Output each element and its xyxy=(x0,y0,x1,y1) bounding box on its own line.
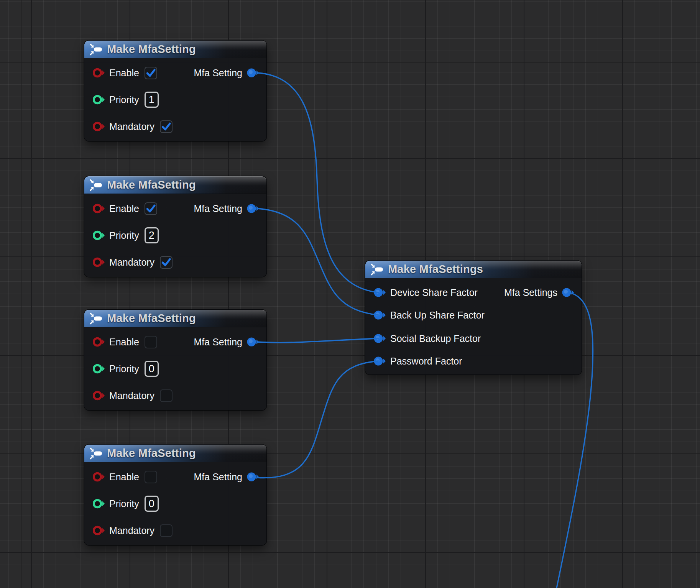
priority-value: 2 xyxy=(149,230,154,241)
blueprint-graph-canvas[interactable]: Make MfaSettingEnablePriority1MandatoryM… xyxy=(0,0,700,588)
priority-field[interactable]: 2 xyxy=(145,227,159,243)
pin-enable-input[interactable] xyxy=(93,204,105,214)
priority-value: 0 xyxy=(149,498,154,510)
pin-enable-input[interactable] xyxy=(93,68,105,78)
make-mfasettings[interactable]: Make MfaSettingsDevice Share FactorBack … xyxy=(365,261,582,374)
pin-label-enable: Enable xyxy=(109,471,139,483)
make-mfasetting-4-input-row-enable: Enable xyxy=(93,470,157,483)
pin-mandatory-input[interactable] xyxy=(93,257,105,267)
pin-priority-input[interactable] xyxy=(93,364,105,374)
pin-mandatory-input[interactable] xyxy=(93,391,105,401)
make-struct-icon xyxy=(370,263,384,276)
pin-label-priority: Priority xyxy=(109,94,139,105)
pin-label-enable: Enable xyxy=(109,67,139,79)
pin-priority-input[interactable] xyxy=(93,95,105,105)
mandatory-checkbox[interactable] xyxy=(160,524,173,537)
make-mfasetting-2-header[interactable]: Make MfaSetting xyxy=(84,176,266,194)
pin-label-mandatory: Mandatory xyxy=(109,525,154,536)
make-mfasetting-3-output-row-mfa-setting: Mfa Setting xyxy=(194,335,259,348)
enable-checkbox[interactable] xyxy=(145,471,157,483)
make-mfasettings-output-row-mfa-settings: Mfa Settings xyxy=(504,286,574,299)
make-mfasetting-2-output-row-mfa-setting: Mfa Setting xyxy=(194,202,259,215)
make-mfasetting-1-input-row-mandatory: Mandatory xyxy=(93,120,173,133)
make-mfasettings-input-row-password-factor: Password Factor xyxy=(374,355,468,368)
make-mfasetting-4-title: Make MfaSetting xyxy=(107,447,196,460)
priority-field[interactable]: 1 xyxy=(145,92,159,108)
make-mfasetting-4[interactable]: Make MfaSettingEnablePriority0MandatoryM… xyxy=(84,445,266,545)
make-mfasetting-2[interactable]: Make MfaSettingEnablePriority2MandatoryM… xyxy=(84,176,266,277)
make-mfasettings-input-row-back-up-share-factor: Back Up Share Factor xyxy=(374,309,490,322)
enable-checkbox[interactable] xyxy=(145,67,157,79)
pin-label-mandatory: Mandatory xyxy=(109,121,154,132)
pin-label-back-up-share-factor: Back Up Share Factor xyxy=(390,310,485,321)
make-mfasetting-1-title: Make MfaSetting xyxy=(107,43,196,56)
wire-make-mfasetting-3-mfa-setting-to-make-mfasettings-social-backup-factor[interactable] xyxy=(257,338,378,343)
pin-priority-input[interactable] xyxy=(93,230,105,240)
pin-label-enable: Enable xyxy=(109,337,139,348)
priority-value: 1 xyxy=(149,94,154,106)
pin-priority-input[interactable] xyxy=(93,499,105,509)
pin-label-priority: Priority xyxy=(109,230,139,241)
make-mfasetting-1[interactable]: Make MfaSettingEnablePriority1MandatoryM… xyxy=(84,41,266,141)
wire-make-mfasetting-4-mfa-setting-to-make-mfasettings-password-factor[interactable] xyxy=(257,361,378,478)
enable-checkbox[interactable] xyxy=(145,336,157,348)
make-mfasetting-2-title: Make MfaSetting xyxy=(107,179,196,191)
pin-label-mfa-setting: Mfa Setting xyxy=(194,203,242,214)
make-struct-icon xyxy=(89,43,103,56)
make-mfasetting-3-input-row-priority: Priority0 xyxy=(93,362,159,375)
make-mfasetting-2-input-row-priority: Priority2 xyxy=(93,229,159,242)
pin-label-priority: Priority xyxy=(109,498,139,509)
make-mfasetting-1-output-row-mfa-setting: Mfa Setting xyxy=(194,66,259,79)
make-mfasetting-3-input-row-enable: Enable xyxy=(93,335,157,348)
pin-mfa-setting-output[interactable] xyxy=(247,472,259,482)
pin-label-device-share-factor: Device Share Factor xyxy=(390,287,478,298)
pin-label-mandatory: Mandatory xyxy=(109,390,154,401)
make-mfasetting-3[interactable]: Make MfaSettingEnablePriority0MandatoryM… xyxy=(84,310,266,410)
pin-label-mfa-setting: Mfa Setting xyxy=(194,471,242,483)
pin-label-priority: Priority xyxy=(109,363,139,374)
make-mfasetting-1-input-row-enable: Enable xyxy=(93,66,157,79)
make-mfasetting-3-input-row-mandatory: Mandatory xyxy=(93,389,173,402)
pin-enable-input[interactable] xyxy=(93,337,105,347)
pin-label-enable: Enable xyxy=(109,203,139,214)
make-mfasetting-3-header[interactable]: Make MfaSetting xyxy=(84,310,266,327)
priority-field[interactable]: 0 xyxy=(145,361,159,377)
make-mfasetting-1-header[interactable]: Make MfaSetting xyxy=(84,41,266,58)
priority-field[interactable]: 0 xyxy=(145,496,159,512)
make-mfasetting-4-header[interactable]: Make MfaSetting xyxy=(84,445,266,462)
priority-value: 0 xyxy=(149,363,154,375)
make-mfasetting-2-input-row-mandatory: Mandatory xyxy=(93,256,173,269)
mandatory-checkbox[interactable] xyxy=(160,120,173,133)
make-mfasetting-4-input-row-mandatory: Mandatory xyxy=(93,524,173,537)
make-struct-icon xyxy=(89,179,103,191)
wire-make-mfasetting-2-mfa-setting-to-make-mfasettings-back-up-share-factor[interactable] xyxy=(257,209,378,315)
pin-label-social-backup-factor: Social Backup Factor xyxy=(390,333,481,344)
make-mfasettings-title: Make MfaSettings xyxy=(388,263,483,276)
make-mfasetting-4-input-row-priority: Priority0 xyxy=(93,497,159,510)
pin-label-password-factor: Password Factor xyxy=(390,356,462,367)
pin-label-mfa-settings: Mfa Settings xyxy=(504,287,557,298)
make-mfasetting-4-output-row-mfa-setting: Mfa Setting xyxy=(194,470,259,483)
mandatory-checkbox[interactable] xyxy=(160,256,173,269)
make-mfasetting-2-input-row-enable: Enable xyxy=(93,202,157,215)
pin-enable-input[interactable] xyxy=(93,472,105,482)
make-mfasettings-input-row-social-backup-factor: Social Backup Factor xyxy=(374,332,486,345)
make-struct-icon xyxy=(89,312,103,325)
make-mfasetting-3-title: Make MfaSetting xyxy=(107,312,196,325)
pin-label-mfa-setting: Mfa Setting xyxy=(194,67,242,79)
mandatory-checkbox[interactable] xyxy=(160,389,173,402)
enable-checkbox[interactable] xyxy=(145,202,157,215)
make-mfasettings-header[interactable]: Make MfaSettings xyxy=(365,261,582,278)
make-mfasetting-1-input-row-priority: Priority1 xyxy=(93,93,159,106)
pin-label-mfa-setting: Mfa Setting xyxy=(194,337,242,348)
pin-mandatory-input[interactable] xyxy=(93,526,105,535)
pin-mandatory-input[interactable] xyxy=(93,122,105,131)
make-struct-icon xyxy=(89,447,103,460)
pin-label-mandatory: Mandatory xyxy=(109,257,154,268)
make-mfasettings-input-row-device-share-factor: Device Share Factor xyxy=(374,286,483,299)
